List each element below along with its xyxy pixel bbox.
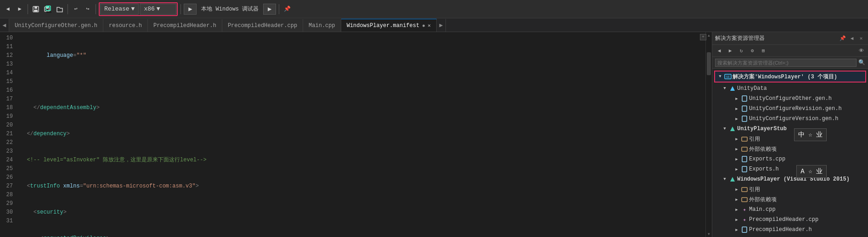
floating-panel-1-text: 中 ☆ 业: [798, 131, 823, 138]
se-item-solution[interactable]: ▼ SE 解决方案'WindowsPlayer' (3 个项目): [715, 72, 865, 82]
tab-0[interactable]: UnityConfigureOther.gen.h: [9, 19, 103, 32]
back-button[interactable]: ◀: [3, 4, 13, 14]
se-label-maincpp: Main.cpp: [749, 206, 776, 213]
save-all-button[interactable]: [43, 4, 53, 14]
se-item-ref-1[interactable]: ▶ 引用: [712, 134, 868, 144]
tab-3-label: PrecompiledHeader.cpp: [228, 22, 297, 29]
svg-marker-14: [730, 127, 735, 131]
svg-rect-15: [742, 137, 747, 141]
se-arrow-ref-1: ▶: [733, 136, 740, 142]
attach-button[interactable]: ▶: [263, 4, 276, 15]
se-item-precompiledh[interactable]: ▶ PrecompiledHeader.h: [712, 225, 868, 235]
se-label-precompiledh: PrecompiledHeader.h: [749, 226, 812, 233]
code-editor: 10 11 12 13 14 15 16 17 18 19 20 21 22 2…: [0, 32, 712, 237]
code-line-10: language="*": [20, 51, 712, 60]
se-icon-precompiledcpp: ✦: [741, 216, 748, 223]
forward-button[interactable]: ▶: [15, 4, 25, 14]
extra-btn-1[interactable]: 📌: [282, 4, 292, 14]
code-text[interactable]: language="*" </dependentAssembly> </depe…: [17, 32, 712, 237]
se-label-solution: 解决方案'WindowsPlayer' (3 个项目): [733, 73, 837, 81]
se-icon-extdep-2: [741, 196, 748, 203]
build-config-dropdown[interactable]: Release ▼: [100, 4, 139, 15]
svg-rect-18: [742, 166, 747, 172]
se-item-extdep-1[interactable]: ▶ 外部依赖项: [712, 144, 868, 154]
editor-collapse-btn[interactable]: +: [700, 34, 706, 40]
undo-button[interactable]: ↩: [71, 4, 81, 14]
debug-button[interactable]: ▶: [184, 4, 197, 15]
se-search-input[interactable]: [715, 59, 857, 67]
code-line-14: <!-- level="asInvoker" 陈放注意，这里是原来下面这行lev…: [20, 156, 712, 165]
se-arrow-exports-cpp: ▶: [733, 156, 740, 162]
se-preview-btn[interactable]: 👁: [856, 46, 866, 55]
se-item-precompiledcpp[interactable]: ▶ ✦ PrecompiledHeader.cpp: [712, 215, 868, 225]
svg-rect-5: [46, 11, 51, 13]
tab-4[interactable]: Main.cpp: [303, 19, 341, 32]
se-forward-btn[interactable]: ▶: [725, 46, 735, 55]
ln-19: 19: [0, 112, 13, 121]
platform-dropdown[interactable]: x86 ▼: [140, 4, 176, 15]
se-filter-btn[interactable]: ⊞: [758, 46, 768, 55]
se-label-unityplayerstub: UnityPlayerStub: [737, 126, 787, 132]
line-numbers: 10 11 12 13 14 15 16 17 18 19 20 21 22 2…: [0, 32, 17, 237]
se-arrow-maincpp: ▶: [733, 206, 740, 213]
se-item-file-2[interactable]: ▶ UnityConfigureVersion.gen.h: [712, 114, 868, 124]
tab-scroll-left[interactable]: ◀: [0, 19, 9, 32]
svg-rect-13: [742, 116, 747, 121]
se-icon-ref-1: [741, 135, 748, 143]
se-item-file-0[interactable]: ▶ UnityConfigureOther.gen.h: [712, 94, 868, 104]
se-item-unityplayerstub[interactable]: ▼ UnityPlayerStub: [712, 124, 868, 134]
se-icon-ref-2: [741, 186, 748, 193]
editor-scrollbar[interactable]: ▲ ▼: [705, 32, 712, 237]
se-item-exports-cpp[interactable]: ▶ Exports.cpp: [712, 154, 868, 164]
svg-rect-2: [34, 10, 38, 12]
se-arrow-exports-h: ▶: [733, 166, 740, 172]
tab-1[interactable]: resource.h: [103, 19, 148, 32]
se-label-file-0: UnityConfigureOther.gen.h: [749, 95, 832, 102]
se-refresh-btn[interactable]: ↻: [736, 46, 746, 55]
se-back-btn[interactable]: ◀: [714, 46, 724, 55]
tab-3[interactable]: PrecompiledHeader.cpp: [222, 19, 303, 32]
se-label-extdep-2: 外部依赖项: [749, 196, 777, 204]
tab-0-label: UnityConfigureOther.gen.h: [15, 22, 97, 29]
svg-rect-17: [742, 156, 747, 162]
tab-5-modified: ✱: [422, 23, 425, 28]
se-item-ref-2[interactable]: ▶ 引用: [712, 184, 868, 194]
tab-5[interactable]: WindowsPlayer.manifest ✱ ✕: [341, 19, 437, 32]
toolbar-sep-1: [28, 4, 28, 14]
ln-11: 11: [0, 43, 13, 51]
se-item-exports-h[interactable]: ▶ Exports.h: [712, 164, 868, 174]
se-arrow-extdep-1: ▶: [733, 146, 740, 152]
solution-root-item[interactable]: ▼ SE 解决方案'WindowsPlayer' (3 个项目): [714, 71, 866, 83]
se-icon-maincpp: ✦: [741, 206, 748, 213]
ln-27: 27: [0, 182, 13, 191]
scroll-track[interactable]: [706, 39, 712, 231]
open-file-button[interactable]: [55, 4, 65, 14]
se-search-bar: 🔍: [712, 57, 868, 69]
se-item-extdep-2[interactable]: ▶ 外部依赖项: [712, 194, 868, 204]
scroll-thumb[interactable]: [707, 52, 711, 75]
se-search-icon: 🔍: [858, 59, 865, 66]
scroll-up-btn[interactable]: ▲: [706, 32, 712, 39]
se-prop-btn[interactable]: ⚙: [747, 46, 757, 55]
se-item-unitydata[interactable]: ▼ UnityData: [712, 83, 868, 94]
tab-5-close[interactable]: ✕: [428, 22, 431, 28]
se-close-btn[interactable]: ✕: [857, 34, 865, 43]
tab-2[interactable]: PrecompiledHeader.h: [148, 19, 222, 32]
se-pin-btn[interactable]: 📌: [839, 34, 847, 43]
se-item-maincpp[interactable]: ▶ ✦ Main.cpp: [712, 204, 868, 215]
ln-30: 30: [0, 208, 13, 217]
se-label-exports-cpp: Exports.cpp: [749, 156, 785, 162]
tab-1-label: resource.h: [109, 22, 142, 29]
svg-marker-10: [730, 86, 735, 91]
se-auto-hide-btn[interactable]: ◀: [848, 34, 856, 43]
redo-button[interactable]: ↪: [83, 4, 93, 14]
toolbar-sep-4: [180, 4, 181, 14]
se-item-windowsplayer[interactable]: ▼ WindowsPlayer (Visual Studio 2015): [712, 174, 868, 184]
save-button[interactable]: [31, 4, 41, 14]
tab-scroll-right[interactable]: ▶: [437, 19, 446, 32]
scroll-down-btn[interactable]: ▼: [706, 231, 712, 237]
se-label-windowsplayer: WindowsPlayer (Visual Studio 2015): [737, 176, 850, 182]
se-label-extdep-1: 外部依赖项: [749, 145, 777, 153]
se-label-file-2: UnityConfigureVersion.gen.h: [749, 116, 838, 122]
se-item-file-1[interactable]: ▶ UnityConfigureRevision.gen.h: [712, 104, 868, 114]
